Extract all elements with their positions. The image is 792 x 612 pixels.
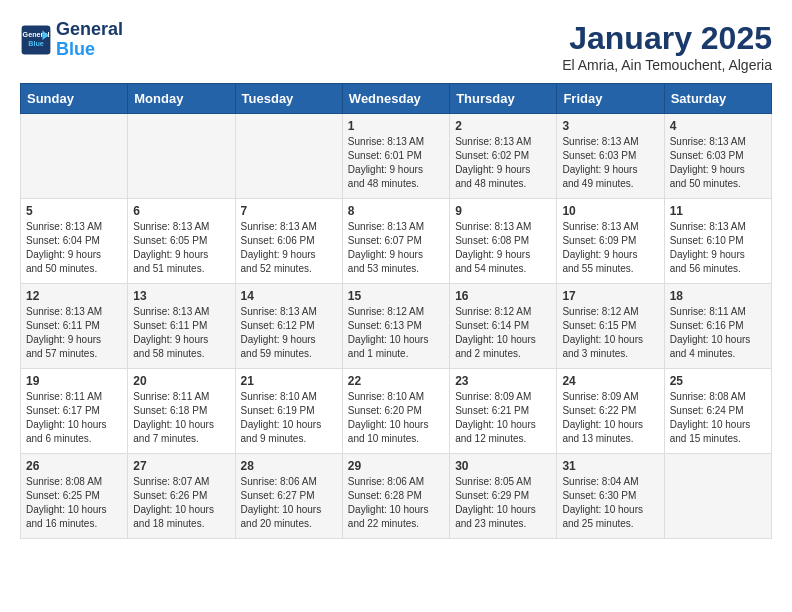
- day-info: Sunrise: 8:13 AM Sunset: 6:12 PM Dayligh…: [241, 305, 337, 361]
- day-number: 1: [348, 119, 444, 133]
- calendar-header: SundayMondayTuesdayWednesdayThursdayFrid…: [21, 84, 772, 114]
- calendar-cell: 23Sunrise: 8:09 AM Sunset: 6:21 PM Dayli…: [450, 369, 557, 454]
- calendar-week-5: 26Sunrise: 8:08 AM Sunset: 6:25 PM Dayli…: [21, 454, 772, 539]
- day-info: Sunrise: 8:13 AM Sunset: 6:11 PM Dayligh…: [26, 305, 122, 361]
- calendar-cell: 11Sunrise: 8:13 AM Sunset: 6:10 PM Dayli…: [664, 199, 771, 284]
- weekday-header-sunday: Sunday: [21, 84, 128, 114]
- day-number: 20: [133, 374, 229, 388]
- calendar-body: 1Sunrise: 8:13 AM Sunset: 6:01 PM Daylig…: [21, 114, 772, 539]
- calendar-cell: 18Sunrise: 8:11 AM Sunset: 6:16 PM Dayli…: [664, 284, 771, 369]
- day-number: 27: [133, 459, 229, 473]
- weekday-header-friday: Friday: [557, 84, 664, 114]
- day-number: 24: [562, 374, 658, 388]
- calendar-cell: 1Sunrise: 8:13 AM Sunset: 6:01 PM Daylig…: [342, 114, 449, 199]
- weekday-header-row: SundayMondayTuesdayWednesdayThursdayFrid…: [21, 84, 772, 114]
- calendar-cell: 16Sunrise: 8:12 AM Sunset: 6:14 PM Dayli…: [450, 284, 557, 369]
- calendar-cell: 9Sunrise: 8:13 AM Sunset: 6:08 PM Daylig…: [450, 199, 557, 284]
- calendar-cell: 5Sunrise: 8:13 AM Sunset: 6:04 PM Daylig…: [21, 199, 128, 284]
- day-info: Sunrise: 8:13 AM Sunset: 6:08 PM Dayligh…: [455, 220, 551, 276]
- logo: General Blue General Blue: [20, 20, 123, 60]
- day-info: Sunrise: 8:13 AM Sunset: 6:06 PM Dayligh…: [241, 220, 337, 276]
- day-number: 6: [133, 204, 229, 218]
- calendar-cell: 19Sunrise: 8:11 AM Sunset: 6:17 PM Dayli…: [21, 369, 128, 454]
- day-number: 3: [562, 119, 658, 133]
- day-info: Sunrise: 8:13 AM Sunset: 6:02 PM Dayligh…: [455, 135, 551, 191]
- day-info: Sunrise: 8:13 AM Sunset: 6:11 PM Dayligh…: [133, 305, 229, 361]
- day-number: 26: [26, 459, 122, 473]
- day-info: Sunrise: 8:04 AM Sunset: 6:30 PM Dayligh…: [562, 475, 658, 531]
- weekday-header-thursday: Thursday: [450, 84, 557, 114]
- calendar-cell: [21, 114, 128, 199]
- calendar-cell: 21Sunrise: 8:10 AM Sunset: 6:19 PM Dayli…: [235, 369, 342, 454]
- day-number: 23: [455, 374, 551, 388]
- day-number: 28: [241, 459, 337, 473]
- logo-icon: General Blue: [20, 24, 52, 56]
- subtitle: El Amria, Ain Temouchent, Algeria: [562, 57, 772, 73]
- day-info: Sunrise: 8:13 AM Sunset: 6:09 PM Dayligh…: [562, 220, 658, 276]
- calendar-cell: 2Sunrise: 8:13 AM Sunset: 6:02 PM Daylig…: [450, 114, 557, 199]
- calendar-cell: 27Sunrise: 8:07 AM Sunset: 6:26 PM Dayli…: [128, 454, 235, 539]
- calendar-cell: 8Sunrise: 8:13 AM Sunset: 6:07 PM Daylig…: [342, 199, 449, 284]
- calendar-cell: 7Sunrise: 8:13 AM Sunset: 6:06 PM Daylig…: [235, 199, 342, 284]
- calendar-week-4: 19Sunrise: 8:11 AM Sunset: 6:17 PM Dayli…: [21, 369, 772, 454]
- day-info: Sunrise: 8:07 AM Sunset: 6:26 PM Dayligh…: [133, 475, 229, 531]
- day-number: 8: [348, 204, 444, 218]
- day-number: 13: [133, 289, 229, 303]
- day-number: 14: [241, 289, 337, 303]
- day-number: 30: [455, 459, 551, 473]
- calendar-cell: 31Sunrise: 8:04 AM Sunset: 6:30 PM Dayli…: [557, 454, 664, 539]
- day-info: Sunrise: 8:10 AM Sunset: 6:19 PM Dayligh…: [241, 390, 337, 446]
- weekday-header-wednesday: Wednesday: [342, 84, 449, 114]
- day-number: 4: [670, 119, 766, 133]
- calendar-cell: 28Sunrise: 8:06 AM Sunset: 6:27 PM Dayli…: [235, 454, 342, 539]
- weekday-header-monday: Monday: [128, 84, 235, 114]
- day-info: Sunrise: 8:08 AM Sunset: 6:25 PM Dayligh…: [26, 475, 122, 531]
- day-number: 29: [348, 459, 444, 473]
- day-number: 10: [562, 204, 658, 218]
- logo-text: General Blue: [56, 20, 123, 60]
- calendar-cell: 10Sunrise: 8:13 AM Sunset: 6:09 PM Dayli…: [557, 199, 664, 284]
- calendar-cell: 29Sunrise: 8:06 AM Sunset: 6:28 PM Dayli…: [342, 454, 449, 539]
- day-info: Sunrise: 8:06 AM Sunset: 6:28 PM Dayligh…: [348, 475, 444, 531]
- day-info: Sunrise: 8:12 AM Sunset: 6:15 PM Dayligh…: [562, 305, 658, 361]
- day-info: Sunrise: 8:13 AM Sunset: 6:07 PM Dayligh…: [348, 220, 444, 276]
- day-info: Sunrise: 8:05 AM Sunset: 6:29 PM Dayligh…: [455, 475, 551, 531]
- calendar-week-1: 1Sunrise: 8:13 AM Sunset: 6:01 PM Daylig…: [21, 114, 772, 199]
- day-info: Sunrise: 8:13 AM Sunset: 6:10 PM Dayligh…: [670, 220, 766, 276]
- calendar-cell: [664, 454, 771, 539]
- day-info: Sunrise: 8:11 AM Sunset: 6:18 PM Dayligh…: [133, 390, 229, 446]
- day-number: 22: [348, 374, 444, 388]
- page-header: General Blue General Blue January 2025 E…: [20, 20, 772, 73]
- day-number: 31: [562, 459, 658, 473]
- calendar-cell: 12Sunrise: 8:13 AM Sunset: 6:11 PM Dayli…: [21, 284, 128, 369]
- day-number: 11: [670, 204, 766, 218]
- day-info: Sunrise: 8:12 AM Sunset: 6:14 PM Dayligh…: [455, 305, 551, 361]
- calendar-cell: 4Sunrise: 8:13 AM Sunset: 6:03 PM Daylig…: [664, 114, 771, 199]
- day-info: Sunrise: 8:10 AM Sunset: 6:20 PM Dayligh…: [348, 390, 444, 446]
- calendar-cell: 20Sunrise: 8:11 AM Sunset: 6:18 PM Dayli…: [128, 369, 235, 454]
- day-info: Sunrise: 8:13 AM Sunset: 6:01 PM Dayligh…: [348, 135, 444, 191]
- day-number: 21: [241, 374, 337, 388]
- day-info: Sunrise: 8:13 AM Sunset: 6:05 PM Dayligh…: [133, 220, 229, 276]
- svg-text:Blue: Blue: [28, 38, 44, 47]
- day-number: 5: [26, 204, 122, 218]
- calendar-cell: 13Sunrise: 8:13 AM Sunset: 6:11 PM Dayli…: [128, 284, 235, 369]
- calendar-cell: 30Sunrise: 8:05 AM Sunset: 6:29 PM Dayli…: [450, 454, 557, 539]
- main-title: January 2025: [562, 20, 772, 57]
- day-number: 18: [670, 289, 766, 303]
- calendar-cell: 17Sunrise: 8:12 AM Sunset: 6:15 PM Dayli…: [557, 284, 664, 369]
- calendar-cell: [128, 114, 235, 199]
- day-info: Sunrise: 8:09 AM Sunset: 6:22 PM Dayligh…: [562, 390, 658, 446]
- day-number: 2: [455, 119, 551, 133]
- weekday-header-saturday: Saturday: [664, 84, 771, 114]
- day-info: Sunrise: 8:08 AM Sunset: 6:24 PM Dayligh…: [670, 390, 766, 446]
- calendar-cell: 6Sunrise: 8:13 AM Sunset: 6:05 PM Daylig…: [128, 199, 235, 284]
- day-info: Sunrise: 8:06 AM Sunset: 6:27 PM Dayligh…: [241, 475, 337, 531]
- day-info: Sunrise: 8:13 AM Sunset: 6:03 PM Dayligh…: [562, 135, 658, 191]
- calendar-week-2: 5Sunrise: 8:13 AM Sunset: 6:04 PM Daylig…: [21, 199, 772, 284]
- day-number: 16: [455, 289, 551, 303]
- title-block: January 2025 El Amria, Ain Temouchent, A…: [562, 20, 772, 73]
- day-number: 9: [455, 204, 551, 218]
- weekday-header-tuesday: Tuesday: [235, 84, 342, 114]
- day-info: Sunrise: 8:11 AM Sunset: 6:16 PM Dayligh…: [670, 305, 766, 361]
